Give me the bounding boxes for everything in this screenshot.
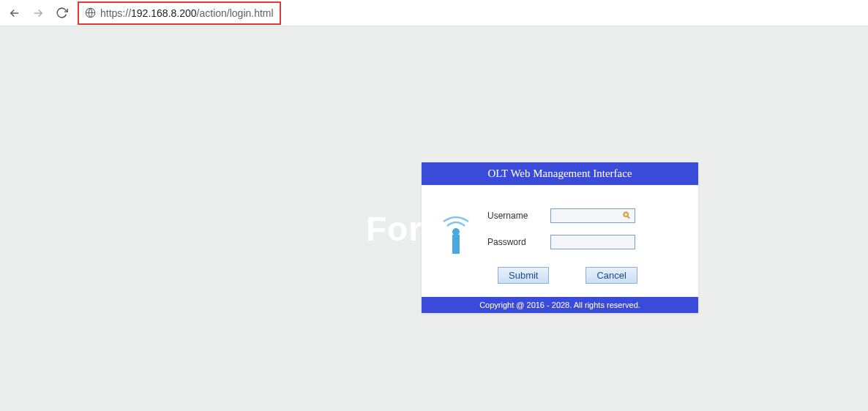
- username-label: Username: [487, 211, 550, 221]
- reload-button[interactable]: [54, 6, 69, 20]
- svg-rect-6: [627, 216, 630, 219]
- password-input[interactable]: [550, 235, 635, 249]
- panel-footer: Copyright @ 2016 - 2028. All rights rese…: [422, 297, 698, 313]
- username-row: Username: [487, 208, 684, 223]
- cancel-button[interactable]: Cancel: [585, 267, 637, 284]
- keychain-icon: [622, 211, 632, 224]
- back-button[interactable]: [7, 6, 22, 20]
- panel-title: OLT Web Management Interface: [422, 162, 698, 185]
- url-scheme: https://: [100, 7, 131, 19]
- panel-logo: [436, 208, 476, 284]
- login-form: Username Password: [487, 208, 684, 284]
- button-row: Submit Cancel: [498, 267, 684, 284]
- browser-toolbar: https://192.168.8.200/action/login.html: [0, 0, 868, 26]
- address-bar-highlight: https://192.168.8.200/action/login.html: [78, 1, 281, 25]
- password-label: Password: [487, 237, 550, 247]
- address-bar-url[interactable]: https://192.168.8.200/action/login.html: [100, 7, 274, 19]
- globe-icon: [85, 7, 96, 18]
- panel-body: Username Password: [422, 185, 698, 297]
- svg-point-5: [625, 214, 627, 216]
- password-row: Password: [487, 235, 684, 249]
- page-content: For SP OLT Web Management Interface: [0, 26, 868, 411]
- url-host: 192.168.8.200: [131, 7, 197, 19]
- url-path: /action/login.html: [197, 7, 274, 19]
- watermark-text-left: For: [366, 209, 422, 249]
- login-panel: OLT Web Management Interface Username: [422, 162, 698, 313]
- forward-button[interactable]: [31, 6, 45, 20]
- submit-button[interactable]: Submit: [498, 267, 549, 284]
- svg-point-3: [452, 228, 460, 235]
